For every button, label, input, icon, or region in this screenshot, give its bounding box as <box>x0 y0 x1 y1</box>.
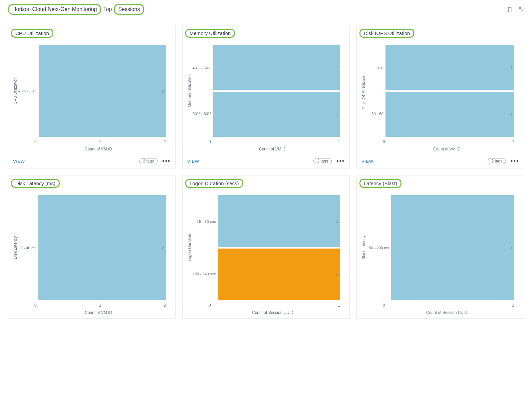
breadcrumb-separator: Top <box>103 6 112 12</box>
x-axis-label: Count of VM ID <box>183 145 349 155</box>
dashboard-grid: CPU UtilizationCPU Utilization40% - 60%2… <box>0 19 532 325</box>
y-tick-label: 30 - 50 <box>367 112 383 116</box>
panel-dlat: Disk Latency (ms)Disk Latency20 - 40 ms2… <box>8 175 176 319</box>
panel-title: Disk Latency (ms) <box>11 179 60 188</box>
x-tick-labels: 01 <box>209 139 340 144</box>
y-tick-label: 120 - 240 sec <box>193 272 216 276</box>
bar[interactable]: 1 <box>213 92 340 137</box>
y-axis-label: Memory Utilization <box>187 73 193 109</box>
bookmark-icon[interactable] <box>507 7 513 12</box>
bar-value-label: 1 <box>336 112 338 116</box>
tags-pill[interactable]: 2 tags <box>488 158 506 164</box>
panel-mem: Memory UtilizationMemory Utilization40% … <box>182 25 350 168</box>
x-tick-labels: 01 <box>383 303 514 308</box>
chart-area: Memory Utilization40% - 60%60% - 80%11 <box>183 39 349 138</box>
view-button[interactable]: VIEW <box>361 159 373 164</box>
y-tick-labels: 40% - 60% <box>18 45 39 137</box>
bar-row: 1 <box>218 249 340 301</box>
bar[interactable]: 2 <box>38 195 166 300</box>
more-menu-icon[interactable]: ••• <box>162 158 171 164</box>
x-tick-label: 1 <box>512 139 514 144</box>
chart-area: Logon Duration15 - 30 sec120 - 240 sec11 <box>183 189 349 302</box>
bar-value-label: 1 <box>336 272 338 276</box>
more-menu-icon[interactable]: ••• <box>511 158 519 164</box>
bar-value-label: 1 <box>510 246 512 250</box>
y-tick-label: 40% - 60% <box>18 89 37 93</box>
x-tick-label: 2 <box>164 139 166 144</box>
x-tick-labels: 012 <box>34 303 166 308</box>
panel-iops: Disk IOPS UtilizationDisk IOPS Utilizati… <box>356 25 524 168</box>
bar-row: 1 <box>213 92 340 137</box>
view-button[interactable]: VIEW <box>187 159 199 164</box>
x-tick-label: 1 <box>338 303 340 308</box>
panel-footer-right: 2 tags••• <box>139 158 171 164</box>
breadcrumb: Horizon Cloud Next-Gen Monitoring Top Se… <box>8 4 144 15</box>
bar-row: 2 <box>38 195 166 300</box>
page-header: Horizon Cloud Next-Gen Monitoring Top Se… <box>0 0 532 19</box>
bar-row: 2 <box>39 45 166 137</box>
y-tick-labels: 40% - 60%60% - 80% <box>193 45 213 137</box>
bar[interactable]: 1 <box>385 45 514 90</box>
tags-pill[interactable]: 2 tags <box>313 158 332 164</box>
x-tick-label: 1 <box>512 303 514 308</box>
bar[interactable]: 1 <box>213 45 340 90</box>
chart-area: Blast Latency150 - 200 ms1 <box>357 189 524 302</box>
panel-cpu: CPU UtilizationCPU Utilization40% - 60%2… <box>8 25 176 168</box>
x-tick-labels: 01 <box>209 303 340 308</box>
x-axis: 012 <box>8 138 175 145</box>
y-tick-label: 20 - 40 ms <box>18 246 36 250</box>
panel-logon: Logon Duration (secs)Logon Duration15 - … <box>182 175 350 319</box>
x-tick-labels: 01 <box>383 139 514 144</box>
y-axis-label: CPU Utilization <box>12 76 18 106</box>
y-tick-labels: 15 - 30 sec120 - 240 sec <box>193 195 218 300</box>
plot: 11 <box>218 195 345 300</box>
tags-pill[interactable]: 2 tags <box>139 158 158 164</box>
x-tick-label: 0 <box>209 303 211 308</box>
breadcrumb-current[interactable]: Sessions <box>114 4 144 15</box>
panel-footer: VIEW2 tags••• <box>8 155 175 168</box>
panel-footer-right: 2 tags••• <box>488 158 519 164</box>
y-tick-label: 150 - 200 ms <box>367 246 389 250</box>
y-tick-labels: 20 - 40 ms <box>18 195 38 300</box>
plot: 11 <box>213 45 345 137</box>
plot: 2 <box>38 195 171 300</box>
bar-value-label: 1 <box>336 66 338 70</box>
bar[interactable]: 1 <box>218 195 340 247</box>
bar-value-label: 1 <box>510 112 512 116</box>
x-axis: 01 <box>357 302 524 308</box>
bar[interactable]: 1 <box>391 195 514 300</box>
more-menu-icon[interactable]: ••• <box>336 158 345 164</box>
bar[interactable]: 2 <box>39 45 166 137</box>
y-tick-label: <30 <box>367 66 383 70</box>
bar-value-label: 1 <box>510 66 512 70</box>
x-tick-label: 1 <box>99 303 101 308</box>
y-axis-label: Disk IOPS Utilization <box>361 71 367 111</box>
x-axis-label: Count of Session UUID <box>357 308 524 318</box>
x-tick-labels: 012 <box>34 139 166 144</box>
bar-value-label: 2 <box>162 89 164 93</box>
expand-icon[interactable] <box>519 7 524 12</box>
chart-area: CPU Utilization40% - 60%2 <box>8 39 175 138</box>
bar[interactable]: 1 <box>218 249 340 301</box>
breadcrumb-root[interactable]: Horizon Cloud Next-Gen Monitoring <box>8 4 101 15</box>
x-axis: 01 <box>357 138 524 145</box>
bar[interactable]: 1 <box>385 92 514 137</box>
y-axis-label: Blast Latency <box>361 234 367 261</box>
y-tick-label: 40% - 60% <box>193 66 211 70</box>
x-axis-label: Count of Session UUID <box>183 308 349 318</box>
bar-value-label: 1 <box>336 219 338 223</box>
x-axis-label: Count of VM ID <box>8 308 175 318</box>
plot: 2 <box>39 45 171 137</box>
x-axis-label: Count of VM ID <box>357 145 524 155</box>
x-axis: 01 <box>183 302 349 308</box>
x-tick-label: 1 <box>99 139 101 144</box>
bar-row: 1 <box>213 45 340 90</box>
chart-area: Disk IOPS Utilization<3030 - 5011 <box>357 39 524 138</box>
bar-row: 1 <box>218 195 340 247</box>
x-axis: 01 <box>183 138 349 145</box>
y-axis-label: Logon Duration <box>187 233 193 263</box>
view-button[interactable]: VIEW <box>13 159 25 164</box>
y-tick-labels: 150 - 200 ms <box>367 195 391 300</box>
panel-title: Latency (Blast) <box>359 179 402 188</box>
panel-footer: VIEW2 tags••• <box>183 155 349 168</box>
